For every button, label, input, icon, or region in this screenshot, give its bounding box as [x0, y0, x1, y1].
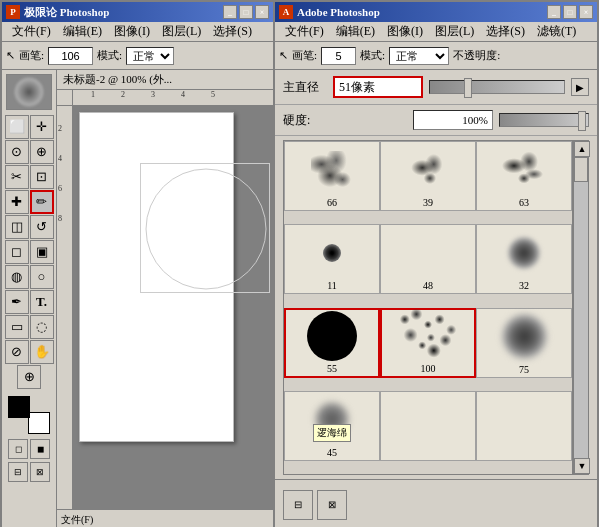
- menu-edit-left[interactable]: 编辑(E): [57, 21, 108, 42]
- hardness-slider[interactable]: [499, 113, 589, 127]
- mode-select-left[interactable]: 正常: [126, 47, 174, 65]
- tool-row-5: ◫ ↺: [5, 215, 54, 239]
- brush-preview-66: [287, 144, 377, 195]
- diameter-input[interactable]: [333, 76, 423, 98]
- heal-tool[interactable]: ✚: [5, 190, 29, 214]
- brush-size-label-11: 11: [327, 280, 337, 291]
- brush-cell-11[interactable]: 11: [284, 224, 380, 294]
- brush-shape-75: [502, 314, 547, 359]
- stamp-tool[interactable]: ◫: [5, 215, 29, 239]
- brush-grid-scrollbar: ▲ ▼: [573, 140, 589, 475]
- brush-cell-48[interactable]: 48: [380, 224, 476, 294]
- quick-mask-btn[interactable]: ◼: [30, 439, 50, 459]
- tool-row-10: ⊘ ✋: [5, 340, 54, 364]
- menu-layer-left[interactable]: 图层(L): [156, 21, 207, 42]
- tool-row-9: ▭ ◌: [5, 315, 54, 339]
- menu-filter-right[interactable]: 滤镜(T): [531, 21, 582, 42]
- scroll-up-button[interactable]: ▲: [574, 141, 590, 157]
- brush-size-input-left[interactable]: 106: [48, 47, 93, 65]
- brush-cell-45[interactable]: 逻海绵 45: [284, 391, 380, 461]
- type-tool[interactable]: T.: [30, 290, 54, 314]
- hand-tool[interactable]: ✋: [30, 340, 54, 364]
- menu-edit-right[interactable]: 编辑(E): [330, 21, 381, 42]
- minimize-button[interactable]: _: [223, 5, 237, 19]
- right-canvas-btn[interactable]: ⊟: [283, 490, 313, 520]
- menu-layer-right[interactable]: 图层(L): [429, 21, 480, 42]
- menu-file-left[interactable]: 文件(F): [6, 21, 57, 42]
- brush-size-input-right[interactable]: [321, 47, 356, 65]
- menu-select-left[interactable]: 选择(S): [207, 21, 258, 42]
- canvas-title-bar: 未标题-2 @ 100% (外...: [57, 70, 273, 90]
- close-button[interactable]: ×: [255, 5, 269, 19]
- crop-tool[interactable]: ✂: [5, 165, 29, 189]
- notes-tool[interactable]: ◌: [30, 315, 54, 339]
- ruler-vertical: 2 4 6 8: [57, 106, 73, 509]
- ruler-mark-1: 1: [91, 90, 95, 99]
- left-title-bar: P 极限论 Photoshop _ □ ×: [2, 2, 273, 22]
- status-text-left: 文件(F): [61, 513, 93, 527]
- brush-shape-66: [311, 151, 353, 189]
- brush-cell-100[interactable]: 100: [380, 308, 476, 378]
- diameter-slider[interactable]: [429, 80, 565, 94]
- background-color-swatch[interactable]: [28, 412, 50, 434]
- wand-tool[interactable]: ⊕: [30, 140, 54, 164]
- mode-select-right[interactable]: 正常: [389, 47, 449, 65]
- brush-size-label-39: 39: [423, 197, 433, 208]
- brush-cell-63[interactable]: 63: [476, 141, 572, 211]
- vruler-6: 6: [58, 184, 62, 193]
- brush-cell-39[interactable]: 39: [380, 141, 476, 211]
- menu-select-right[interactable]: 选择(S): [480, 21, 531, 42]
- menu-image-right[interactable]: 图像(I): [381, 21, 429, 42]
- blur-tool[interactable]: ◍: [5, 265, 29, 289]
- eraser-tool[interactable]: ◻: [5, 240, 29, 264]
- menu-file-right[interactable]: 文件(F): [279, 21, 330, 42]
- left-app-icon: P: [6, 5, 20, 19]
- right-canvas-btn-2[interactable]: ⊠: [317, 490, 347, 520]
- right-close-button[interactable]: ×: [579, 5, 593, 19]
- brush-cell-32[interactable]: 32: [476, 224, 572, 294]
- brush-cell-55[interactable]: 55: [284, 308, 380, 378]
- right-photoshop-window: A Adobe Photoshop _ □ × 文件(F) 编辑(E) 图像(I…: [275, 0, 599, 527]
- brush-size-label-63: 63: [519, 197, 529, 208]
- marquee-tool[interactable]: ⬜: [5, 115, 29, 139]
- normal-mode-btn[interactable]: ◻: [8, 439, 28, 459]
- brush-cell-75[interactable]: 75: [476, 308, 572, 378]
- document-page: [79, 112, 234, 442]
- bucket-tool[interactable]: ▣: [30, 240, 54, 264]
- right-window-title: Adobe Photoshop: [297, 6, 380, 18]
- maximize-button[interactable]: □: [239, 5, 253, 19]
- pen-tool[interactable]: ✒: [5, 290, 29, 314]
- history-tool[interactable]: ↺: [30, 215, 54, 239]
- brush-tool[interactable]: ✏: [30, 190, 54, 214]
- scroll-down-button[interactable]: ▼: [574, 458, 590, 474]
- right-minimize-button[interactable]: _: [547, 5, 561, 19]
- hardness-slider-thumb[interactable]: [578, 111, 586, 131]
- vruler-8: 8: [58, 214, 62, 223]
- right-tool-arrow[interactable]: ↖: [279, 49, 288, 62]
- document-canvas[interactable]: [73, 106, 273, 509]
- left-tool-arrow[interactable]: ↖: [6, 49, 15, 62]
- foreground-color-swatch[interactable]: [8, 396, 30, 418]
- eyedropper-tool[interactable]: ⊘: [5, 340, 29, 364]
- lasso-tool[interactable]: ⊙: [5, 140, 29, 164]
- brush-size-label-75: 75: [519, 364, 529, 375]
- brush-size-label-48: 48: [423, 280, 433, 291]
- ruler-mark-3: 3: [151, 90, 155, 99]
- brush-preview-55: [288, 311, 376, 361]
- scroll-thumb[interactable]: [574, 157, 588, 182]
- move-tool[interactable]: ✛: [30, 115, 54, 139]
- dodge-tool[interactable]: ○: [30, 265, 54, 289]
- fullscreen-btn[interactable]: ⊠: [30, 462, 50, 482]
- shape-tool[interactable]: ▭: [5, 315, 29, 339]
- zoom-tool[interactable]: ⊕: [17, 365, 41, 389]
- right-maximize-button[interactable]: □: [563, 5, 577, 19]
- slice-tool[interactable]: ⊡: [30, 165, 54, 189]
- left-status-bar: 文件(F): [57, 509, 273, 527]
- menu-image-left[interactable]: 图像(I): [108, 21, 156, 42]
- left-window-title: 极限论 Photoshop: [24, 5, 109, 20]
- diameter-slider-thumb[interactable]: [464, 78, 472, 98]
- brush-cell-66[interactable]: 66: [284, 141, 380, 211]
- brush-label-left: 画笔:: [19, 48, 44, 63]
- diameter-arrow-btn[interactable]: ▶: [571, 78, 589, 96]
- screen-mode-btn[interactable]: ⊟: [8, 462, 28, 482]
